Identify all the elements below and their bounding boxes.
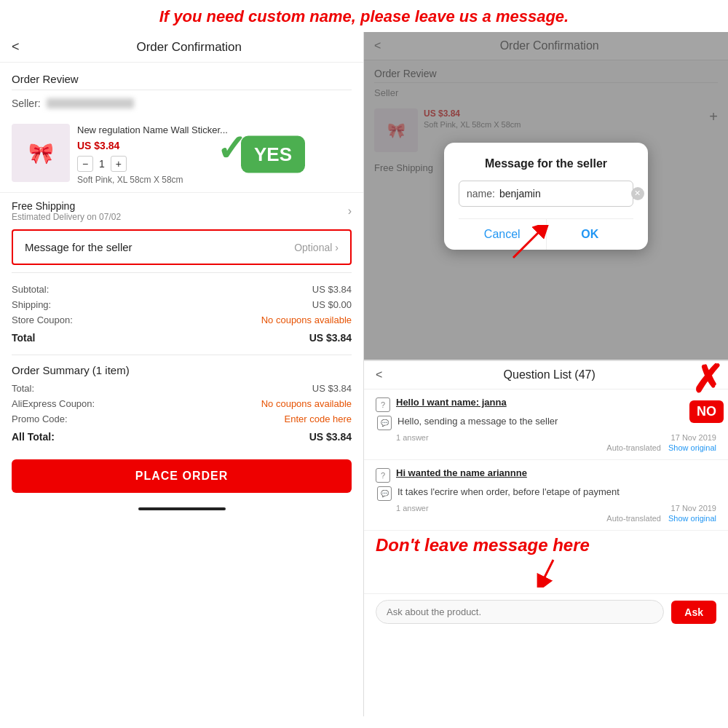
left-os-promo-value[interactable]: Enter code here xyxy=(284,414,352,424)
left-shipping-row: Free Shipping Estimated Delivery on 07/0… xyxy=(0,192,363,229)
left-os-ali-row: AliExpress Coupon: No coupons available xyxy=(12,396,352,411)
left-total-label: Total xyxy=(12,332,35,344)
red-arrow-to-modal xyxy=(506,225,550,264)
left-screen-title: Order Confirmation xyxy=(27,40,352,55)
q1-question-icon: ? xyxy=(376,397,390,412)
q2-answer-text: It takes l'ecrire when order, before l'e… xyxy=(397,486,620,499)
left-panel: < Order Confirmation Order Review Seller… xyxy=(0,32,364,716)
left-product-image: 🎀 xyxy=(12,124,70,182)
modal-ok-button[interactable]: OK xyxy=(546,219,634,250)
left-message-seller-row[interactable]: Message for the seller Optional › xyxy=(12,229,352,265)
left-os-total-row: Total: US $3.84 xyxy=(12,381,352,396)
left-product-row: 🎀 New regulation Name Wall Sticker... US… xyxy=(0,116,363,192)
home-indicator xyxy=(138,507,226,510)
x-mark-icon: ✗ xyxy=(692,360,724,401)
left-product-variant: Soft Pink, XL 58cm X 58cm xyxy=(77,175,352,185)
q2-answers-count: 1 answer xyxy=(396,504,429,513)
left-message-seller-optional: Optional › xyxy=(294,242,339,253)
left-os-all-total-label: All Total: xyxy=(12,431,55,443)
left-os-promo-row: Promo Code: Enter code here xyxy=(12,411,352,427)
left-order-review-label: Order Review xyxy=(0,63,363,90)
q1-meta: 1 answer 17 Nov 2019 xyxy=(376,433,716,442)
right-panel: < Order Confirmation Order Review Seller… xyxy=(364,32,728,716)
right-question-list: ✗ NO < Question List (47) ? Hello I want… xyxy=(364,360,728,716)
left-message-seller-label: Message for the seller xyxy=(25,241,132,253)
left-shipping-label: Free Shipping xyxy=(12,200,121,212)
left-subtotal-row: Subtotal: US $3.84 xyxy=(12,282,352,297)
place-order-button[interactable]: PLACE ORDER xyxy=(12,459,352,493)
q1-translation-row: Auto-translated Show original xyxy=(376,443,716,452)
left-qty-increase[interactable]: + xyxy=(111,156,127,172)
q1-auto-translated: Auto-translated xyxy=(606,443,661,452)
modal-input-clear[interactable]: ✕ xyxy=(631,187,644,200)
left-seller-row: Seller: xyxy=(0,90,363,116)
left-product-name: New regulation Name Wall Sticker... xyxy=(77,124,352,137)
q2-answer-row: 💬 It takes l'ecrire when order, before l… xyxy=(376,486,716,501)
q2-translation-row: Auto-translated Show original xyxy=(376,514,716,523)
no-x-container: ✗ NO xyxy=(665,365,724,423)
q1-answer-icon: 💬 xyxy=(377,416,392,430)
left-subtotal-label: Subtotal: xyxy=(12,284,49,295)
modal-input-row[interactable]: name: ✕ xyxy=(459,181,633,207)
left-total-value: US $3.84 xyxy=(309,332,352,344)
ask-row: Ask xyxy=(364,593,728,630)
left-total-row: Total US $3.84 xyxy=(12,328,352,346)
svg-line-1 xyxy=(541,560,553,585)
left-product-info: New regulation Name Wall Sticker... US $… xyxy=(77,124,352,185)
q2-auto-translated: Auto-translated xyxy=(606,514,661,523)
left-os-total-label: Total: xyxy=(12,383,34,394)
down-arrow-container xyxy=(376,558,716,590)
down-arrow-icon xyxy=(528,558,564,587)
q1-meta-right: 17 Nov 2019 xyxy=(671,433,716,442)
left-price-summary: Subtotal: US $3.84 Shipping: US $0.00 St… xyxy=(0,273,363,355)
q1-date: 17 Nov 2019 xyxy=(671,433,716,442)
left-shipping-price-row: Shipping: US $0.00 xyxy=(12,297,352,312)
left-qty-decrease[interactable]: − xyxy=(77,156,93,172)
right-top-section: < Order Confirmation Order Review Seller… xyxy=(364,32,728,360)
q1-question-text: Hello I want name: janna xyxy=(396,397,507,408)
left-seller-blur xyxy=(47,98,134,108)
q1-answer-text: Hello, sending a message to the seller xyxy=(397,415,558,428)
modal-title: Message for the seller xyxy=(459,157,633,170)
q2-show-original[interactable]: Show original xyxy=(668,514,716,523)
q1-show-original[interactable]: Show original xyxy=(668,443,716,452)
left-os-total-value: US $3.84 xyxy=(312,383,352,394)
left-qty-value: 1 xyxy=(99,158,105,170)
ask-button[interactable]: Ask xyxy=(671,601,716,624)
q2-answer-icon: 💬 xyxy=(377,486,392,501)
left-shipping-arrow: › xyxy=(348,205,352,218)
no-badge: NO xyxy=(689,400,724,423)
top-instruction-banner: If you need custom name, please leave us… xyxy=(0,0,728,32)
qlist-back-arrow[interactable]: < xyxy=(376,368,382,381)
left-shipping-sub: Estimated Delivery on 07/02 xyxy=(12,212,121,222)
left-shipping-price-value: US $0.00 xyxy=(312,299,352,310)
left-coupon-value[interactable]: No coupons available xyxy=(261,314,352,325)
left-subtotal-value: US $3.84 xyxy=(312,284,352,295)
left-os-ali-value[interactable]: No coupons available xyxy=(261,398,352,409)
left-back-arrow[interactable]: < xyxy=(12,39,20,55)
q2-meta-right: 17 Nov 2019 xyxy=(671,504,716,513)
modal-input-field[interactable] xyxy=(499,188,627,199)
left-product-price: US $3.84 xyxy=(77,140,352,151)
left-screen-header: < Order Confirmation xyxy=(0,32,363,63)
q2-question-icon: ? xyxy=(376,468,390,483)
q1-answers-count: 1 answer xyxy=(396,433,429,442)
ask-input-field[interactable] xyxy=(376,600,664,624)
svg-line-0 xyxy=(513,229,542,258)
question-item-2: ? Hi wanted the name ariannne 💬 It takes… xyxy=(364,460,728,531)
left-os-all-total-value: US $3.84 xyxy=(309,431,352,443)
modal-input-label: name: xyxy=(467,188,495,199)
q2-date: 17 Nov 2019 xyxy=(671,504,716,513)
q2-question-text: Hi wanted the name ariannne xyxy=(396,467,527,478)
left-shipping-price-label: Shipping: xyxy=(12,299,51,310)
left-seller-label: Seller: xyxy=(12,98,41,109)
left-qty-control: − 1 + xyxy=(77,156,352,172)
left-mobile-screen: < Order Confirmation Order Review Seller… xyxy=(0,32,363,716)
left-message-seller-chevron: › xyxy=(335,242,339,253)
left-order-summary-title: Order Summary (1 item) xyxy=(0,355,363,381)
dont-leave-text: Don't leave message here xyxy=(376,535,590,555)
left-os-ali-label: AliExpress Coupon: xyxy=(12,398,95,409)
left-os-promo-label: Promo Code: xyxy=(12,414,68,424)
no-badge-wrapper: ✗ NO xyxy=(665,365,724,423)
q2-question-row: ? Hi wanted the name ariannne xyxy=(376,467,716,483)
